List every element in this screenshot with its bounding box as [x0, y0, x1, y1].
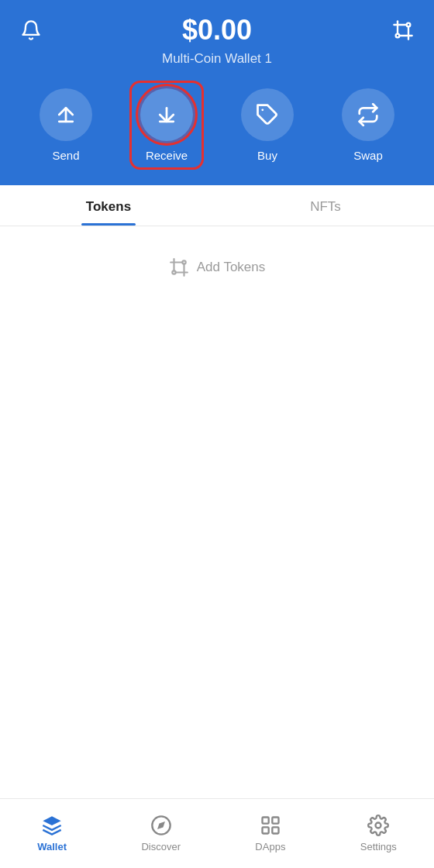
nav-discover-label: Discover — [141, 841, 181, 852]
svg-point-23 — [376, 823, 381, 828]
receive-action[interactable]: Receive — [140, 88, 193, 162]
add-tokens-label: Add Tokens — [197, 260, 266, 275]
discover-icon — [150, 815, 172, 836]
wallet-icon — [41, 815, 63, 836]
filter-button[interactable] — [388, 15, 418, 46]
send-label: Send — [52, 149, 79, 162]
settings-icon — [367, 815, 389, 836]
swap-label: Swap — [353, 149, 383, 162]
svg-rect-20 — [272, 818, 278, 824]
nav-dapps-label: DApps — [255, 841, 285, 852]
receive-label: Receive — [146, 149, 188, 162]
swap-action[interactable]: Swap — [342, 88, 394, 162]
header-top: $0.00 — [16, 14, 418, 46]
svg-rect-21 — [262, 827, 268, 833]
nav-dapps[interactable]: DApps — [243, 808, 298, 859]
tab-bar: Tokens NFTs — [0, 185, 434, 226]
dapps-icon — [260, 815, 281, 836]
buy-circle — [241, 88, 294, 141]
balance-display: $0.00 — [46, 14, 388, 46]
tab-nfts[interactable]: NFTs — [217, 185, 434, 226]
token-content: Add Tokens — [0, 226, 434, 285]
header-section: $0.00 Multi-Coin Wallet 1 Send — [0, 0, 434, 185]
svg-rect-22 — [272, 827, 278, 833]
add-tokens-icon — [169, 257, 189, 277]
nav-wallet-label: Wallet — [37, 841, 67, 852]
svg-rect-19 — [262, 818, 268, 824]
bottom-nav: Wallet Discover DApps Settings — [0, 798, 434, 868]
send-circle — [40, 88, 92, 141]
nav-settings-label: Settings — [360, 841, 397, 852]
send-action[interactable]: Send — [40, 88, 92, 162]
wallet-name: Multi-Coin Wallet 1 — [16, 51, 418, 67]
swap-circle — [342, 88, 394, 141]
nav-discover[interactable]: Discover — [129, 808, 193, 859]
notification-button[interactable] — [16, 15, 46, 46]
nav-wallet[interactable]: Wallet — [25, 808, 79, 859]
action-buttons: Send Receive Buy — [16, 88, 418, 162]
nav-settings[interactable]: Settings — [348, 808, 409, 859]
buy-action[interactable]: Buy — [241, 88, 294, 162]
tab-tokens[interactable]: Tokens — [0, 185, 217, 226]
svg-marker-18 — [157, 822, 165, 829]
main-content-area — [0, 285, 434, 820]
receive-circle — [140, 88, 193, 141]
add-tokens-button[interactable]: Add Tokens — [153, 250, 281, 285]
buy-label: Buy — [257, 149, 277, 162]
